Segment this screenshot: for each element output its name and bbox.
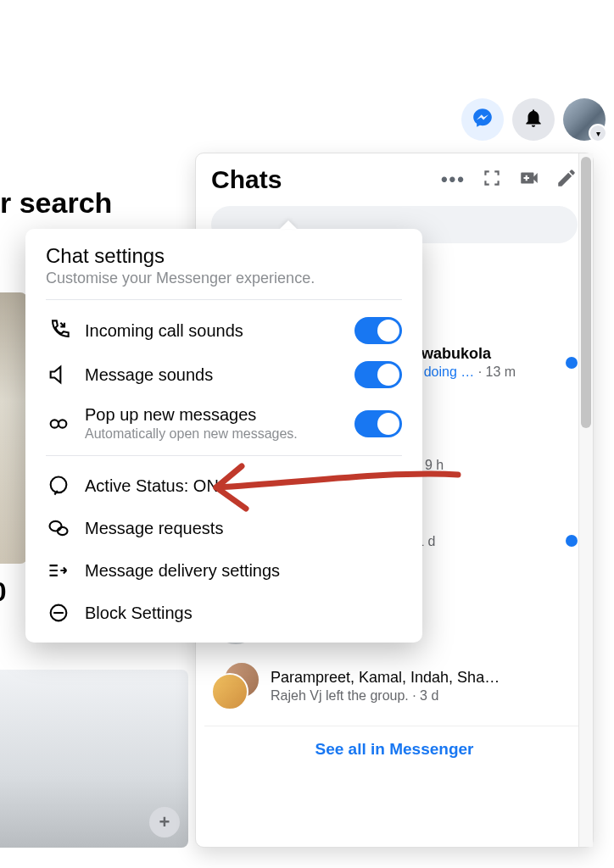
setting-label: Block Settings bbox=[85, 604, 402, 623]
link-icon bbox=[46, 411, 71, 437]
toggle-on[interactable] bbox=[354, 361, 402, 388]
chat-bubble-icon bbox=[46, 473, 71, 498]
messenger-icon bbox=[472, 107, 494, 132]
chats-title: Chats bbox=[211, 165, 282, 194]
settings-subtitle: Customise your Messenger experience. bbox=[46, 270, 402, 287]
compose-button[interactable] bbox=[555, 167, 578, 192]
add-button[interactable]: + bbox=[149, 807, 180, 837]
setting-label: Message delivery settings bbox=[85, 561, 402, 581]
top-nav: ▾ bbox=[461, 98, 606, 141]
background-image-top bbox=[0, 292, 27, 564]
group-avatar bbox=[211, 661, 260, 710]
chat-bubbles-icon bbox=[46, 515, 71, 541]
setting-message-sounds[interactable]: Message sounds bbox=[46, 353, 402, 397]
block-icon bbox=[46, 600, 71, 626]
arrow-right-lines-icon bbox=[46, 558, 71, 583]
account-avatar[interactable]: ▾ bbox=[563, 98, 606, 141]
see-all-messenger-link[interactable]: See all in Messenger bbox=[204, 726, 584, 762]
setting-label: Active Status: ON bbox=[85, 476, 402, 496]
setting-note: Automatically open new messages. bbox=[85, 426, 341, 442]
messenger-button[interactable] bbox=[461, 98, 504, 141]
conversation-item[interactable]: Parampreet, Kamal, Indah, Sha… Rajeh Vj … bbox=[204, 653, 584, 719]
svg-point-1 bbox=[59, 420, 66, 427]
notifications-button[interactable] bbox=[512, 98, 555, 141]
setting-label: Message requests bbox=[85, 519, 402, 538]
toggle-on[interactable] bbox=[354, 317, 402, 344]
setting-label: Message sounds bbox=[85, 365, 341, 385]
svg-point-3 bbox=[50, 521, 62, 531]
phone-incoming-icon bbox=[46, 318, 71, 343]
video-call-button[interactable] bbox=[518, 167, 540, 192]
setting-incoming-call-sounds[interactable]: Incoming call sounds bbox=[46, 309, 402, 353]
conversation-name: Parampreet, Kamal, Indah, Sha… bbox=[271, 669, 578, 687]
conversation-preview: Rajeh Vj left the group. bbox=[271, 688, 409, 703]
unread-indicator bbox=[566, 535, 578, 547]
chat-settings-popover: Chat settings Customise your Messenger e… bbox=[25, 229, 422, 643]
svg-point-0 bbox=[51, 420, 59, 427]
conversation-time: · 3 d bbox=[412, 688, 438, 703]
divider bbox=[46, 455, 402, 456]
setting-active-status[interactable]: Active Status: ON bbox=[46, 465, 402, 507]
setting-popup-messages[interactable]: Pop up new messages Automatically open n… bbox=[46, 397, 402, 450]
svg-point-2 bbox=[51, 477, 67, 493]
unread-indicator bbox=[566, 357, 578, 369]
speaker-icon bbox=[46, 362, 71, 387]
expand-icon[interactable] bbox=[481, 167, 503, 192]
chats-toolbar: ••• bbox=[441, 167, 578, 192]
toggle-on[interactable] bbox=[354, 410, 402, 437]
conversation-time: · 13 m bbox=[478, 364, 516, 379]
search-heading-partial: r search bbox=[0, 186, 112, 220]
chevron-down-icon: ▾ bbox=[589, 124, 607, 142]
bell-icon bbox=[522, 107, 544, 132]
setting-block[interactable]: Block Settings bbox=[46, 592, 402, 634]
setting-label: Incoming call sounds bbox=[85, 321, 341, 341]
settings-title: Chat settings bbox=[46, 244, 402, 268]
setting-label: Pop up new messages bbox=[85, 405, 341, 425]
conversation-preview: 9 h bbox=[425, 458, 444, 472]
scrollbar[interactable] bbox=[578, 153, 593, 847]
conversation-name: luwabukola bbox=[408, 345, 555, 363]
setting-delivery[interactable]: Message delivery settings bbox=[46, 549, 402, 592]
year-heading-partial: 20 bbox=[0, 576, 7, 608]
setting-message-requests[interactable]: Message requests bbox=[46, 507, 402, 549]
divider bbox=[46, 299, 402, 300]
